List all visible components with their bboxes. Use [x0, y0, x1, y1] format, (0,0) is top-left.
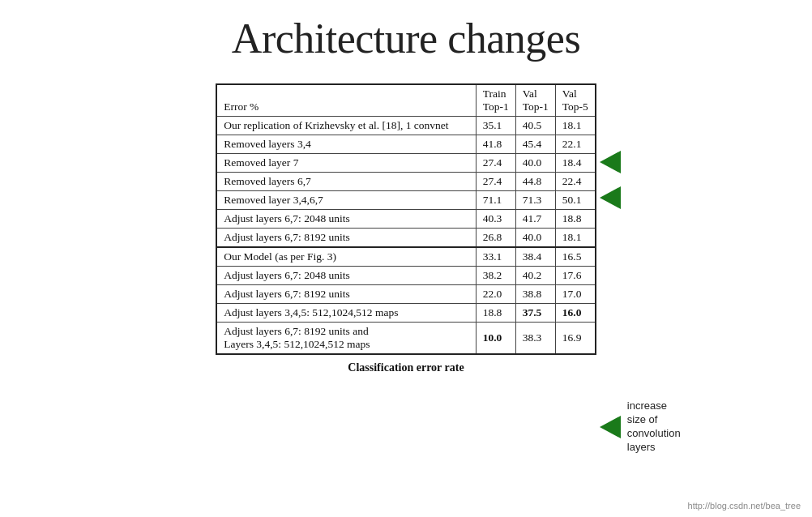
cell-val1: 37.5 — [515, 304, 555, 323]
cell-description: Removed layers 3,4 — [216, 135, 476, 154]
table-row: Our replication of Krizhevsky et al. [18… — [216, 117, 596, 135]
table-row: Removed layers 3,441.845.422.1 — [216, 135, 596, 154]
table-row: Removed layer 727.440.018.4 — [216, 154, 596, 173]
cell-description: Our Model (as per Fig. 3) — [216, 247, 476, 267]
cell-train: 38.2 — [476, 267, 515, 285]
cell-description: Removed layer 3,4,6,7 — [216, 191, 476, 210]
cell-train: 33.1 — [476, 247, 515, 267]
arrow-adjust-layers-345: increase size ofconvolution layers — [600, 400, 681, 455]
page-title: Architecture changes — [232, 0, 580, 77]
table-row: Adjust layers 6,7: 8192 units26.840.018.… — [216, 229, 596, 248]
cell-val1: 40.5 — [515, 117, 555, 135]
cell-train: 18.8 — [476, 304, 515, 323]
arrow-removed-layer7 — [600, 151, 621, 173]
header-val-top5: ValTop-5 — [555, 84, 596, 117]
cell-val1: 41.7 — [515, 210, 555, 229]
cell-description: Removed layer 7 — [216, 154, 476, 173]
table-header-row: Error % TrainTop-1 ValTop-1 ValTop-5 — [216, 84, 596, 117]
table-row: Our Model (as per Fig. 3)33.138.416.5 — [216, 247, 596, 267]
cell-val1: 40.0 — [515, 229, 555, 248]
cell-description: Our replication of Krizhevsky et al. [18… — [216, 117, 476, 135]
cell-val5: 16.9 — [555, 323, 596, 355]
cell-val5: 18.4 — [555, 154, 596, 173]
cell-val5: 16.0 — [555, 304, 596, 323]
cell-val5: 22.4 — [555, 173, 596, 191]
data-table: Error % TrainTop-1 ValTop-1 ValTop-5 Our… — [216, 83, 596, 355]
cell-train: 26.8 — [476, 229, 515, 248]
table-row: Removed layer 3,4,6,771.171.350.1 — [216, 191, 596, 210]
cell-val1: 40.2 — [515, 267, 555, 285]
cell-val5: 17.0 — [555, 285, 596, 304]
cell-train: 22.0 — [476, 285, 515, 304]
cell-val1: 40.0 — [515, 154, 555, 173]
header-train-top1: TrainTop-1 — [476, 84, 515, 117]
arrow-label-increase-size: increase size ofconvolution layers — [627, 400, 681, 455]
table-row: Adjust layers 6,7: 8192 units22.038.817.… — [216, 285, 596, 304]
cell-val5: 18.8 — [555, 210, 596, 229]
cell-train: 10.0 — [476, 323, 515, 355]
table-caption: Classification error rate — [348, 361, 464, 374]
cell-val1: 44.8 — [515, 173, 555, 191]
table-row: Adjust layers 6,7: 2048 units38.240.217.… — [216, 267, 596, 285]
cell-train: 40.3 — [476, 210, 515, 229]
cell-val5: 16.5 — [555, 247, 596, 267]
cell-train: 41.8 — [476, 135, 515, 154]
cell-description: Adjust layers 6,7: 8192 units — [216, 229, 476, 248]
header-error: Error % — [216, 84, 476, 117]
cell-description: Adjust layers 6,7: 8192 units — [216, 285, 476, 304]
cell-train: 27.4 — [476, 173, 515, 191]
cell-val1: 38.4 — [515, 247, 555, 267]
cell-val5: 22.1 — [555, 135, 596, 154]
watermark: http://blog.csdn.net/bea_tree — [688, 501, 801, 511]
cell-train: 35.1 — [476, 117, 515, 135]
table-row: Removed layers 6,727.444.822.4 — [216, 173, 596, 191]
cell-val1: 38.8 — [515, 285, 555, 304]
cell-description: Adjust layers 6,7: 8192 units andLayers … — [216, 323, 476, 355]
cell-val1: 45.4 — [515, 135, 555, 154]
cell-description: Adjust layers 3,4,5: 512,1024,512 maps — [216, 304, 476, 323]
header-val-top1: ValTop-1 — [515, 84, 555, 117]
table-row: Adjust layers 6,7: 8192 units andLayers … — [216, 323, 596, 355]
cell-val1: 38.3 — [515, 323, 555, 355]
cell-val5: 50.1 — [555, 191, 596, 210]
cell-val5: 18.1 — [555, 117, 596, 135]
cell-val1: 71.3 — [515, 191, 555, 210]
cell-description: Adjust layers 6,7: 2048 units — [216, 267, 476, 285]
cell-description: Adjust layers 6,7: 2048 units — [216, 210, 476, 229]
cell-val5: 17.6 — [555, 267, 596, 285]
cell-val5: 18.1 — [555, 229, 596, 248]
table-row: Adjust layers 6,7: 2048 units40.341.718.… — [216, 210, 596, 229]
arrow-removed-layers-3467 — [600, 186, 621, 209]
cell-train: 71.1 — [476, 191, 515, 210]
cell-train: 27.4 — [476, 154, 515, 173]
cell-description: Removed layers 6,7 — [216, 173, 476, 191]
table-row: Adjust layers 3,4,5: 512,1024,512 maps18… — [216, 304, 596, 323]
